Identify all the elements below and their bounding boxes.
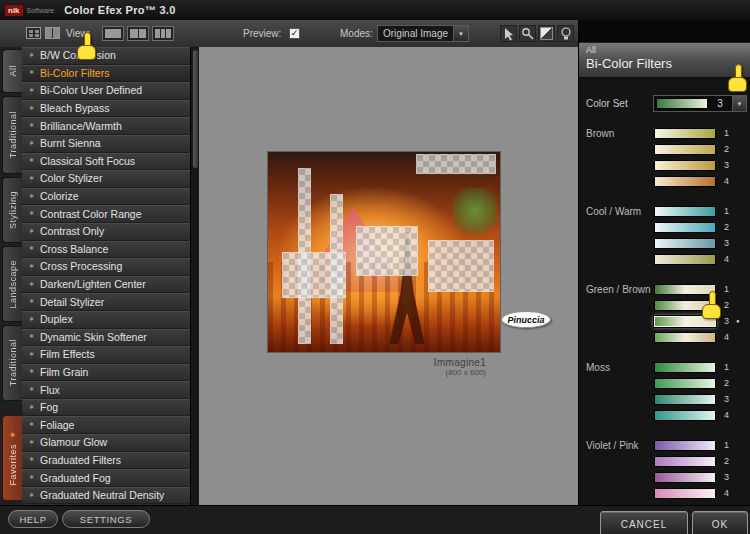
sidebar-tab-label: Landscape [8, 260, 18, 309]
scrollbar-thumb[interactable] [193, 50, 198, 168]
filter-item[interactable]: ✶Contrast Only [22, 223, 190, 241]
swatch-number: 3 [724, 160, 729, 170]
color-swatch[interactable] [654, 456, 716, 467]
star-icon: ✶ [27, 174, 36, 183]
color-swatch[interactable] [654, 176, 716, 187]
color-swatch[interactable] [654, 332, 716, 343]
swatch-group: Cool / Warm1234 [579, 204, 750, 268]
filter-item[interactable]: ✶Fog [22, 399, 190, 417]
filter-item-label: Film Effects [40, 348, 95, 360]
star-icon: ✶ [27, 86, 36, 95]
pointer-tool-button[interactable] [500, 25, 517, 42]
color-swatch[interactable] [654, 144, 716, 155]
filter-item[interactable]: ✶Bi-Color Filters [22, 65, 190, 83]
filter-settings-panel: All Bi-Color Filters Color Set 3 ▼ Brown… [578, 20, 750, 505]
color-swatch[interactable] [654, 362, 716, 373]
filter-item[interactable]: ✶Classical Soft Focus [22, 153, 190, 171]
filter-item-label: Flux [40, 384, 60, 396]
color-swatch[interactable] [654, 472, 716, 483]
filter-item[interactable]: ✶Darken/Lighten Center [22, 276, 190, 294]
swatch-number: 2 [724, 456, 729, 466]
filter-item[interactable]: ✶Dynamic Skin Softener [22, 329, 190, 347]
star-icon: ✶ [27, 403, 36, 412]
single-view-button[interactable] [102, 26, 124, 41]
lightbulb-button[interactable] [557, 25, 574, 42]
filter-item[interactable]: ✶Bi-Color User Defined [22, 82, 190, 100]
filter-item[interactable]: ✶Color Stylizer [22, 170, 190, 188]
sidebar-tab-landscape-3[interactable]: Landscape [2, 246, 22, 322]
filter-item[interactable]: ✶Bleach Bypass [22, 100, 190, 118]
background-color-icon [540, 27, 553, 40]
settings-button[interactable]: SETTINGS [62, 510, 150, 528]
filter-item[interactable]: ✶Graduated Fog [22, 469, 190, 487]
filter-item-label: Graduated Filters [40, 454, 121, 466]
sidebar-tab-traditional-1[interactable]: Traditional [2, 96, 22, 174]
thumbnail-view-icon[interactable] [26, 27, 41, 39]
chevron-down-icon[interactable]: ▼ [732, 96, 746, 111]
filter-item[interactable]: ✶Duplex [22, 311, 190, 329]
star-icon: ✶ [27, 156, 36, 165]
filter-item-label: Foliage [40, 419, 74, 431]
color-swatch[interactable] [654, 238, 716, 249]
filter-item[interactable]: ✶Brilliance/Warmth [22, 117, 190, 135]
color-set-row: Color Set 3 ▼ [579, 94, 750, 116]
color-efex-window: nik Software Color Efex Pro™ 3.0 View: P… [0, 0, 750, 534]
filter-item[interactable]: ✶Film Effects [22, 346, 190, 364]
star-icon: ✶ [27, 262, 36, 271]
filter-item[interactable]: ✶Cross Balance [22, 241, 190, 259]
color-swatch[interactable] [654, 394, 716, 405]
color-swatch[interactable] [654, 378, 716, 389]
star-icon: ✶ [27, 280, 36, 289]
filter-item[interactable]: ✶Colorize [22, 188, 190, 206]
star-icon: ✶ [27, 68, 36, 77]
filter-item[interactable]: ✶B/W Conversion [22, 47, 190, 65]
filter-item[interactable]: ✶Graduated Neutral Density [22, 487, 190, 505]
color-swatch[interactable] [654, 440, 716, 451]
star-icon: ✶ [27, 315, 36, 324]
chevron-down-icon[interactable]: ▼ [453, 26, 468, 41]
side-by-side-button[interactable] [152, 26, 174, 41]
filter-item-label: Color Stylizer [40, 172, 102, 184]
modes-dropdown[interactable]: Original Image ▼ [377, 25, 469, 42]
background-color-button[interactable] [538, 25, 555, 42]
swatch-number: 3 [724, 238, 729, 248]
sidebar-tab-all-0[interactable]: All [2, 49, 22, 93]
color-swatch[interactable] [654, 488, 716, 499]
filter-item[interactable]: ✶Glamour Glow [22, 434, 190, 452]
sidebar-tab-traditional-4[interactable]: Traditional [2, 325, 22, 401]
help-button[interactable]: HELP [8, 510, 58, 528]
split-view-icon[interactable] [45, 27, 60, 39]
filter-item[interactable]: ✶Cross Processing [22, 258, 190, 276]
sidebar-tab-label: Stylizing [8, 191, 18, 229]
color-swatch[interactable] [654, 254, 716, 265]
split-preview-button[interactable] [127, 26, 149, 41]
filter-list-scrollbar[interactable] [190, 47, 199, 505]
swatch-group: Violet / Pink1234 [579, 438, 750, 502]
filter-item[interactable]: ✶Detail Stylizer [22, 293, 190, 311]
color-swatch[interactable] [654, 160, 716, 171]
filter-item-label: Cross Balance [40, 243, 108, 255]
filter-item[interactable]: ✶Graduated Filters [22, 452, 190, 470]
color-swatch[interactable] [654, 410, 716, 421]
ok-button[interactable]: OK [692, 511, 748, 534]
filter-item[interactable]: ✶Flux [22, 381, 190, 399]
swatch-number: 2 [724, 378, 729, 388]
sidebar-tab-favorites-5[interactable]: ✶Favorites [2, 415, 22, 501]
swatch-number: 1 [724, 440, 729, 450]
sidebar-tab-stylizing-2[interactable]: Stylizing [2, 177, 22, 243]
color-set-dropdown[interactable]: 3 ▼ [653, 95, 747, 112]
filter-item[interactable]: ✶Burnt Sienna [22, 135, 190, 153]
star-icon: ✶ [27, 104, 36, 113]
preview-image[interactable] [268, 152, 500, 352]
filter-item[interactable]: ✶Contrast Color Range [22, 205, 190, 223]
filter-item[interactable]: ✶Foliage [22, 416, 190, 434]
preview-checkbox[interactable]: ✓ [289, 28, 300, 39]
zoom-tool-button[interactable] [519, 25, 536, 42]
color-swatch[interactable] [654, 128, 716, 139]
preview-label: Preview: [243, 28, 281, 39]
footer-bar: HELP SETTINGS CANCEL OK [0, 505, 750, 534]
color-swatch[interactable] [654, 206, 716, 217]
cancel-button[interactable]: CANCEL [600, 511, 688, 534]
filter-item[interactable]: ✶Film Grain [22, 364, 190, 382]
color-swatch[interactable] [654, 222, 716, 233]
